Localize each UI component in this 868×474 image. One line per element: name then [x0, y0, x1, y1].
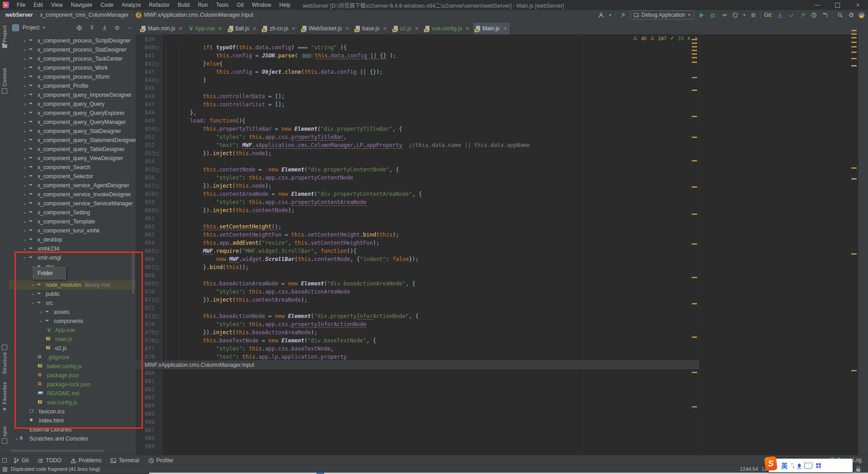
tree-item-x_component_service_AgentDesigner[interactable]: ›x_component_service_AgentDesigner — [9, 181, 136, 190]
chevron-right-icon[interactable]: › — [31, 291, 35, 297]
error-stripe-mark[interactable] — [692, 406, 697, 408]
fold-marker-icon[interactable] — [155, 282, 159, 286]
menu-help[interactable]: Help — [275, 0, 295, 10]
chevron-right-icon[interactable]: › — [23, 201, 27, 206]
fold-marker-icon[interactable] — [155, 128, 159, 131]
menu-file[interactable]: File — [13, 0, 29, 10]
search-everywhere-icon[interactable] — [836, 11, 844, 19]
close-tab-icon[interactable]: ✕ — [382, 26, 387, 32]
chevron-right-icon[interactable]: › — [23, 74, 27, 80]
tab-Main.js[interactable]: Main.js✕ — [473, 23, 510, 34]
tree-item-.gitignore[interactable]: ⊘.gitignore — [9, 353, 136, 362]
bottom-button-profiler[interactable]: Profiler — [144, 455, 178, 465]
fold-marker-icon[interactable] — [155, 168, 159, 172]
ide-features-icon[interactable] — [859, 12, 864, 18]
tree-item-x_component_service_ServiceManager[interactable]: ›x_component_service_ServiceManager — [9, 199, 136, 208]
chevron-right-icon[interactable]: › — [23, 83, 27, 89]
close-tab-icon[interactable]: ✕ — [252, 26, 256, 32]
tab-$all.js[interactable]: $all.js✕ — [226, 23, 260, 34]
tree-vertical-scrollbar[interactable] — [132, 251, 134, 294]
chevron-right-icon[interactable]: › — [23, 210, 27, 215]
error-stripe-mark[interactable] — [692, 50, 697, 51]
chevron-right-icon[interactable]: › — [23, 38, 27, 43]
error-stripe-mark[interactable] — [692, 90, 697, 91]
tree-item-x_desktop[interactable]: ›x_desktop — [9, 235, 136, 244]
locate-file-icon[interactable] — [75, 24, 83, 32]
prev-problem-icon[interactable]: ∧ — [687, 35, 691, 41]
tree-item-components[interactable]: ›components — [9, 317, 136, 326]
bottom-button-git[interactable]: Git — [9, 455, 33, 465]
build-hammer-icon[interactable] — [619, 11, 627, 19]
chevron-right-icon[interactable]: › — [23, 237, 27, 242]
run-config-selector[interactable]: Debug Application▼ — [630, 10, 694, 19]
tree-item-x_component_process_TaskCenter[interactable]: ›x_component_process_TaskCenter — [9, 54, 136, 63]
tab-App.vue[interactable]: VApp.vue✕ — [186, 23, 226, 34]
chevron-right-icon[interactable]: › — [23, 174, 27, 179]
error-stripe-mark[interactable] — [851, 370, 857, 371]
error-stripe-mark[interactable] — [851, 65, 857, 66]
menu-window[interactable]: Window — [248, 0, 275, 10]
menu-analyze[interactable]: Analyze — [118, 0, 145, 10]
chevron-right-icon[interactable]: › — [14, 436, 19, 441]
tree-item-assets[interactable]: ›assets — [9, 308, 136, 317]
tree-item-xmlr-xmgl[interactable]: ›xmlr-xmgl — [9, 253, 136, 262]
chevron-down-icon[interactable]: › — [22, 256, 28, 260]
menu-navigate[interactable]: Navigate — [67, 0, 96, 10]
tab-WebSocket.js[interactable]: WebSocket.js✕ — [299, 23, 353, 34]
chevron-right-icon[interactable]: › — [23, 183, 27, 188]
tab-Main.min.js[interactable]: Main.min.js✕ — [138, 23, 186, 34]
error-stripe-mark[interactable] — [851, 33, 857, 35]
fold-marker-icon[interactable] — [155, 266, 159, 270]
chevron-right-icon[interactable]: › — [23, 137, 27, 143]
error-stripe-mark[interactable] — [851, 37, 857, 38]
menu-tools[interactable]: Tools — [212, 0, 233, 10]
chevron-right-icon[interactable]: › — [23, 101, 27, 107]
chevron-right-icon[interactable]: › — [31, 282, 35, 288]
chevron-right-icon[interactable]: › — [23, 119, 27, 125]
editor-split-pane[interactable] — [699, 34, 859, 455]
error-stripe-mark[interactable] — [692, 62, 697, 63]
caret-position[interactable]: 1244:54 — [740, 466, 758, 472]
chevron-right-icon[interactable]: › — [23, 156, 27, 161]
chevron-right-icon[interactable]: › — [23, 56, 27, 62]
error-stripe-mark[interactable] — [692, 57, 697, 58]
error-stripe-mark[interactable] — [851, 253, 857, 255]
tree-item-hidden[interactable]: › — [9, 271, 136, 280]
error-stripe-mark[interactable] — [851, 46, 857, 47]
tree-item-x_component_query_Query[interactable]: ›x_component_query_Query — [9, 100, 136, 109]
panel-settings-icon[interactable]: ⚙ — [113, 24, 121, 32]
tree-item-package.json[interactable]: {}package.json — [9, 371, 136, 380]
hide-panel-icon[interactable]: ─ — [126, 24, 134, 32]
error-stripe-mark[interactable] — [851, 42, 857, 43]
chevron-right-icon[interactable]: › — [39, 318, 43, 324]
tab-base.js[interactable]: base.js✕ — [353, 23, 390, 34]
expand-all-icon[interactable] — [88, 24, 96, 32]
fold-marker-icon[interactable] — [155, 193, 159, 196]
git-update-button[interactable] — [776, 11, 784, 19]
coverage-icon[interactable] — [731, 11, 739, 19]
tab-zh-cn.js[interactable]: zh-cn.js✕ — [260, 23, 299, 34]
menu-refactor[interactable]: Refactor — [145, 0, 174, 10]
tree-item-x_component_query_ImporterDesigner[interactable]: ›x_component_query_ImporterDesigner — [9, 90, 136, 100]
error-stripe-mark[interactable] — [692, 39, 697, 40]
menu-git[interactable]: Git — [233, 0, 248, 10]
error-stripe-mark[interactable] — [692, 137, 697, 138]
git-push-button[interactable] — [798, 11, 807, 19]
tree-item-README.md[interactable]: MDREADME.md — [9, 389, 136, 398]
tree-item-x_component_Selector[interactable]: ›x_component_Selector — [9, 172, 136, 181]
tree-item-index.html[interactable]: Hindex.html — [9, 416, 136, 425]
keyboard-icon[interactable]: ⋯ — [804, 463, 812, 469]
tree-item-x_component_service_InvokeDesigner[interactable]: ›x_component_service_InvokeDesigner — [9, 190, 136, 199]
maximize-button[interactable] — [827, 0, 848, 10]
chevron-right-icon[interactable]: › — [23, 147, 27, 152]
tree-item-x_component_query_QueryManager[interactable]: ›x_component_query_QueryManager — [9, 118, 136, 127]
tree-item-node_modules[interactable]: ›node_moduleslibrary root — [9, 280, 136, 289]
bottom-button-terminal[interactable]: Terminal — [106, 455, 143, 465]
close-tab-icon[interactable]: ✕ — [415, 26, 419, 32]
editor-breadcrumb-overlay[interactable]: MWF.xApplication.cms.ColumnManager.Input — [136, 360, 699, 370]
tree-item-x_component_Template[interactable]: ›x_component_Template — [9, 217, 136, 226]
tree-item-xmhk234[interactable]: ›xmhk234 — [9, 244, 136, 253]
tree-item-favicon.ico[interactable]: ▦favicon.ico — [9, 407, 136, 416]
menu-code[interactable]: Code — [96, 0, 118, 10]
tree-item-x_component_query_QueryExplorer[interactable]: ›x_component_query_QueryExplorer — [9, 109, 136, 118]
